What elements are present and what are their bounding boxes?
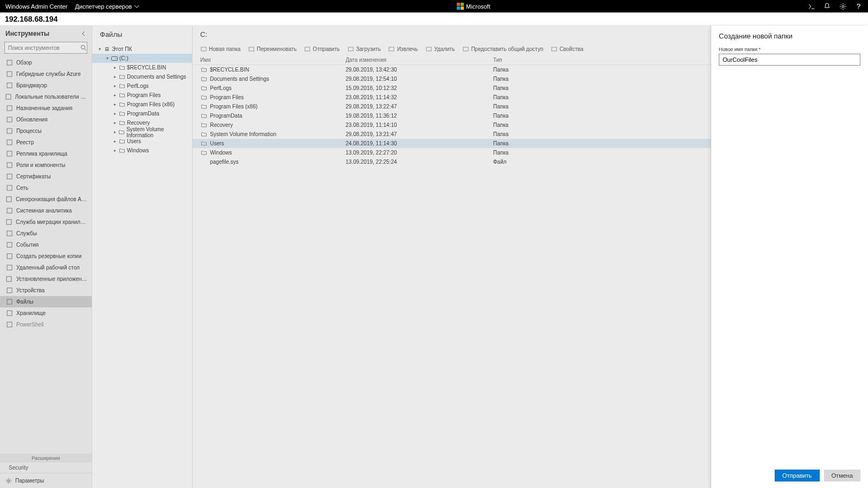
chevron-down-icon[interactable]: ▾ [97,47,103,52]
sidebar-item-migration[interactable]: Служба миграции хранилища [0,216,92,228]
brand-text: Windows Admin Center [5,3,67,10]
tree-node[interactable]: ▸Program Files (x86) [92,100,192,109]
sidebar-extensions-header: Расширения [0,454,92,463]
toolbar-share-button[interactable]: Предоставить общий доступ [462,46,543,52]
sync-icon [5,196,12,202]
sidebar-settings[interactable]: Параметры [0,473,92,488]
chevron-right-icon[interactable]: ▸ [112,93,118,98]
chevron-right-icon[interactable]: ▸ [112,111,118,116]
row-date: 24.08.2019, 11:14:30 [346,140,493,146]
notifications-icon[interactable] [823,2,831,10]
chevron-right-icon[interactable]: ▸ [112,139,118,144]
chevron-down-icon[interactable]: ▾ [104,56,111,61]
sidebar-item-azure[interactable]: Гибридные службы Azure [0,68,92,80]
folder-icon [118,148,126,153]
tree-node[interactable]: ▸ProgramData [92,109,192,118]
sidebar-item-rdp[interactable]: Удаленный рабочий стол [0,262,92,273]
sidebar-item-process[interactable]: Процессы [0,125,92,137]
sidebar-ext-item[interactable]: Security [0,463,92,473]
collapse-sidebar-icon[interactable] [81,31,86,36]
col-date[interactable]: Дата изменения [346,57,493,63]
tree-node[interactable]: ▸Documents and Settings [92,72,192,81]
chevron-right-icon[interactable]: ▸ [112,74,118,79]
tree-node[interactable]: ▸Users [92,137,192,146]
svg-rect-19 [7,254,12,259]
chevron-right-icon[interactable]: ▸ [112,65,118,70]
sidebar-item-label: Назначенные задания [16,105,73,111]
chevron-right-icon[interactable]: ▸ [112,102,118,107]
toolbar-upload-button[interactable]: Отправить [304,46,340,52]
powershell-icon[interactable] [807,2,815,10]
search-icon[interactable] [80,44,87,51]
sidebar-item-label: Локальные пользователи и группы [15,94,87,100]
tree-node[interactable]: ▸Windows [92,146,192,155]
sidebar-item-storage-replica[interactable]: Реплика хранилища [0,148,92,159]
sidebar-item-insights[interactable]: Системная аналитика [0,205,92,216]
sidebar-item-services[interactable]: Службы [0,228,92,239]
row-date: 29.08.2019, 13:22:47 [346,104,493,110]
sidebar-item-label: Реплика хранилища [16,151,67,157]
help-icon[interactable]: ? [854,2,863,10]
row-name: pagefile.sys [210,159,239,165]
sidebar-item-registry[interactable]: Реестр [0,137,92,148]
cancel-button[interactable]: Отмена [824,470,860,481]
sidebar-item-users[interactable]: Локальные пользователи и группы [0,91,92,102]
tree-node-label: ProgramData [127,111,159,117]
sidebar-item-label: Удаленный рабочий стол [16,265,80,271]
sidebar-item-firewall[interactable]: Брандмауэр [0,80,92,91]
svg-rect-12 [7,174,12,179]
sidebar-item-sync[interactable]: Синхронизация файлов Azure [0,194,92,205]
sidebar-item-files[interactable]: Файлы [0,296,92,307]
tree-node-label: System Volume Information [126,126,190,138]
sidebar-item-apps[interactable]: Установленные приложения [0,273,92,285]
sidebar-item-tasks[interactable]: Назначенные задания [0,102,92,114]
settings-icon[interactable] [839,2,847,10]
chevron-right-icon[interactable]: ▸ [112,148,118,153]
row-date: 29.08.2019, 13:42:30 [346,67,493,73]
chevron-right-icon[interactable]: ▸ [112,84,118,88]
tree-drive-c[interactable]: ▾ (C:) [92,54,192,63]
tree-node-label: Users [127,138,141,144]
tree-node[interactable]: ▸$RECYCLE.BIN [92,63,192,72]
tree-node[interactable]: ▸Program Files [92,91,192,100]
chevron-right-icon[interactable]: ▸ [112,130,118,134]
toolbar-download-button[interactable]: Загрузить [347,46,381,52]
tree-node[interactable]: ▸System Volume Information [92,127,192,137]
sidebar-item-backup[interactable]: Создать резервные копии [0,251,92,262]
sidebar-item-label: Установленные приложения [16,276,87,282]
sidebar-item-network[interactable]: Сеть [0,182,92,194]
settings-label: Параметры [15,478,44,484]
server-manager-dropdown[interactable]: Диспетчер серверов [75,3,139,10]
svg-rect-22 [7,288,12,293]
sidebar-item-cert[interactable]: Сертификаты [0,171,92,182]
sidebar-item-devices[interactable]: Устройства [0,285,92,296]
toolbar-delete-button[interactable]: Удалить [425,46,455,52]
search-input[interactable] [5,45,80,51]
tree-root[interactable]: ▾ 🖥 Этот ПК [92,44,192,54]
svg-rect-15 [7,208,12,213]
submit-button[interactable]: Отправить [775,470,820,481]
toolbar-extract-button[interactable]: Извлечь [388,46,418,52]
toolbar-new-folder-button[interactable]: Новая папка [200,46,240,52]
folder-name-input[interactable] [719,54,860,66]
sidebar-item-ps[interactable]: PowerShell [0,319,92,330]
files-icon [5,299,13,305]
sidebar-item-roles[interactable]: Роли и компоненты [0,159,92,171]
tree-node[interactable]: ▸PerfLogs [92,81,192,91]
row-name: Users [210,140,224,146]
sidebar-item-storage[interactable]: Хранилище [0,307,92,319]
toolbar-props-button[interactable]: Свойства [551,46,583,52]
sidebar-item-updates[interactable]: Обновления [0,114,92,125]
sidebar-item-events[interactable]: События [0,239,92,251]
share-icon [462,46,469,52]
network-icon [5,185,13,191]
top-bar: Windows Admin Center Диспетчер серверов … [0,0,868,12]
col-name[interactable]: Имя [200,57,346,63]
svg-rect-23 [7,299,12,304]
sidebar-search[interactable] [4,42,87,54]
chevron-right-icon[interactable]: ▸ [112,120,118,125]
sidebar-item-overview[interactable]: Обзор [0,57,92,68]
svg-rect-36 [552,47,557,51]
toolbar-rename-button[interactable]: Переименовать [248,46,296,52]
computer-icon: 🖥 [103,46,111,52]
